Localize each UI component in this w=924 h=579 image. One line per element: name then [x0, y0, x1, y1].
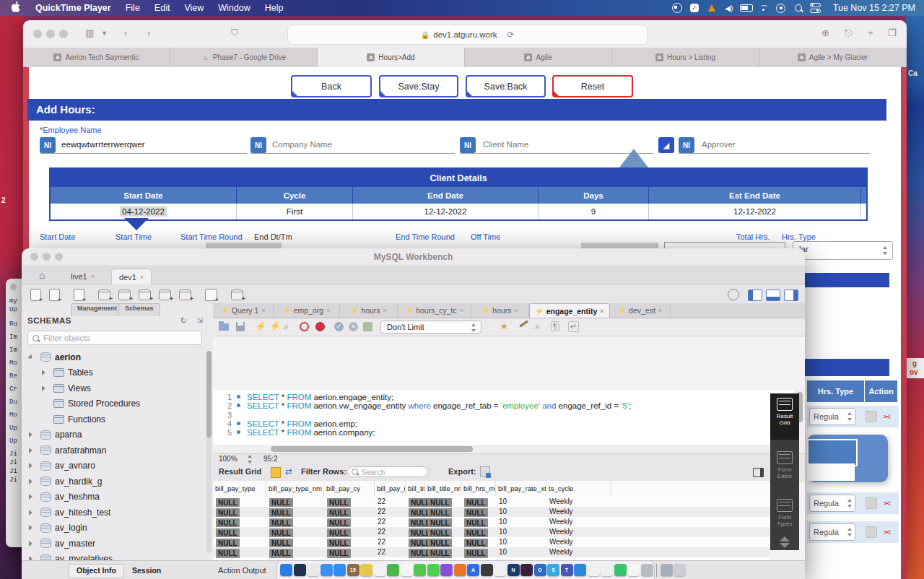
- grid-column-bill_pay_rate[interactable]: bill_pay_rate: [375, 481, 406, 497]
- close-icon[interactable]: ×: [261, 307, 265, 314]
- sidebar-tab-management[interactable]: Management: [71, 303, 123, 316]
- employee-input[interactable]: eewqwtwrrterrwerqwer: [61, 140, 145, 149]
- url-bar[interactable]: 🔒 dev1.atguru.work ⟳: [287, 25, 648, 45]
- menu-item-file[interactable]: File: [118, 3, 147, 13]
- dock-icon-hexagon-app[interactable]: [588, 564, 600, 576]
- dock-icon-reminders[interactable]: [374, 564, 386, 576]
- back-button[interactable]: Back: [291, 75, 372, 97]
- query-tab-emp_org[interactable]: ⚡emp_org×: [274, 303, 340, 318]
- rollback-icon[interactable]: ×: [349, 322, 358, 331]
- dock-icon-textedit[interactable]: [627, 564, 640, 576]
- chevron-closed-icon[interactable]: [42, 386, 45, 391]
- wb-close-button[interactable]: [30, 253, 38, 261]
- schema-tree-item-views[interactable]: Views: [22, 380, 202, 396]
- user-icon[interactable]: [772, 4, 790, 13]
- dock-icon-outlook[interactable]: O: [534, 564, 546, 576]
- reload-icon[interactable]: ⟳: [507, 30, 515, 40]
- row-checkbox[interactable]: [866, 411, 877, 422]
- autocommit-icon[interactable]: [363, 322, 372, 331]
- dock-icon-app-store[interactable]: A: [467, 564, 479, 576]
- dock-icon-slack[interactable]: [520, 564, 533, 576]
- side-tool-form-editor[interactable]: FormEditor: [770, 451, 799, 479]
- refresh-grid-icon[interactable]: ⇄: [285, 466, 292, 476]
- apple-menu[interactable]: [0, 1, 28, 14]
- sql-editor[interactable]: 1SELECT * FROM aerion.engage_entity;2SEL…: [213, 390, 795, 445]
- save-back-button[interactable]: Save:Back: [466, 75, 546, 97]
- grid-row[interactable]: NULLNULLNULL22NULLNULLNULL10Weekly: [213, 527, 770, 537]
- approver-input[interactable]: Approver: [702, 140, 736, 149]
- editor-hscrollbar[interactable]: [213, 445, 795, 453]
- invisible-chars-icon[interactable]: ¶: [551, 321, 559, 331]
- grid-column-bill_title_nm[interactable]: bill_title_nm: [425, 481, 461, 497]
- create-procedure-icon[interactable]: [159, 290, 171, 300]
- create-schema-icon[interactable]: [98, 290, 110, 300]
- dock-icon-messages[interactable]: [414, 564, 426, 576]
- browser-tab-5[interactable]: AHours > Listing: [612, 48, 759, 67]
- grid-row[interactable]: NULLNULLNULL22NULLNULLNULL10Weekly: [213, 537, 770, 547]
- schema-tree-item-av-heshma[interactable]: av_heshma: [22, 489, 202, 505]
- grid-row[interactable]: NULLNULLNULL22NULLNULLNULL10Weekly: [213, 517, 770, 527]
- sidebar-tab-schemas[interactable]: Schemas: [118, 303, 160, 316]
- grid-column-bill_pay_type_nm[interactable]: bill_pay_type_nm: [266, 481, 324, 497]
- commit-icon[interactable]: ✓: [334, 322, 344, 331]
- dock-icon-launchpad[interactable]: [307, 564, 319, 576]
- dock-icon-calendar[interactable]: 15: [347, 564, 359, 576]
- browser-tab-3[interactable]: AHours>Add: [318, 48, 465, 67]
- vlc-icon[interactable]: [703, 4, 720, 12]
- window-zoom-button[interactable]: [59, 30, 68, 38]
- create-view-icon[interactable]: [139, 290, 151, 300]
- inspector-icon[interactable]: [74, 289, 84, 301]
- dock-icon-xcode[interactable]: [614, 564, 627, 576]
- grid-icon[interactable]: [271, 467, 281, 478]
- menu-item-help[interactable]: Help: [258, 3, 291, 13]
- dock-icon-stickies[interactable]: [360, 564, 372, 576]
- client-input[interactable]: Client Name: [483, 140, 528, 149]
- wb-minimize-button[interactable]: [43, 253, 51, 261]
- save-icon[interactable]: [236, 322, 245, 331]
- find-icon[interactable]: ⌕: [535, 321, 540, 331]
- dock-icon-skype[interactable]: S: [547, 564, 559, 576]
- dock-icon-photo-booth[interactable]: [481, 564, 493, 576]
- chevron-closed-icon[interactable]: [29, 448, 32, 453]
- grid-column-bill_pay_rate_xtra[interactable]: bill_pay_rate_xtra: [496, 481, 546, 497]
- chevron-down-icon[interactable]: [780, 543, 790, 548]
- panel-toggle-icon[interactable]: [753, 468, 764, 477]
- save-snippet-icon[interactable]: ★: [500, 321, 508, 331]
- menu-item-edit[interactable]: Edit: [147, 3, 178, 13]
- grid-row[interactable]: NULLNULLNULL22NULLNULLNULL10Weekly: [213, 507, 770, 517]
- chevron-closed-icon[interactable]: [42, 370, 45, 375]
- chevron-closed-icon[interactable]: [29, 541, 32, 547]
- schema-tree-item-av-myrelatives[interactable]: av_myrelatives: [22, 552, 202, 561]
- schema-tree-item-av-login[interactable]: av_login: [22, 521, 202, 536]
- sync-icon[interactable]: [231, 290, 243, 300]
- schema-tree-item-arafatrahman[interactable]: arafatrahman: [22, 443, 202, 458]
- query-tab-hours_cy_tc[interactable]: ⚡hours_cy_tc×: [398, 303, 471, 318]
- schema-tree-item-av-hardik-g[interactable]: av_hardik_g: [22, 474, 202, 489]
- search-table-icon[interactable]: [205, 289, 217, 301]
- dock-icon-docker[interactable]: [574, 564, 586, 576]
- chevron-closed-icon[interactable]: [29, 463, 32, 469]
- wb-zoom-button[interactable]: [55, 253, 63, 261]
- dock-icon-notion[interactable]: N: [507, 564, 520, 576]
- chevron-closed-icon[interactable]: [29, 525, 32, 531]
- close-icon[interactable]: ×: [515, 307, 518, 314]
- dock-icon-folder[interactable]: [661, 564, 673, 576]
- dock-icon-system-app[interactable]: [387, 564, 399, 576]
- volume-icon[interactable]: ◀): [720, 4, 738, 12]
- browser-tab-1[interactable]: AAerion Tech Saymentic: [23, 48, 170, 67]
- dock-icon-podcasts[interactable]: [440, 564, 453, 576]
- chevron-up-icon[interactable]: [780, 536, 790, 541]
- close-icon[interactable]: ×: [91, 273, 95, 280]
- connection-tab-live1[interactable]: live1×: [64, 269, 102, 284]
- schema-tree-item-tables[interactable]: Tables: [22, 365, 202, 381]
- side-tool-field-types[interactable]: FieldTypes: [770, 499, 799, 527]
- chevron-open-icon[interactable]: [27, 354, 34, 360]
- menu-item-window[interactable]: Window: [211, 3, 257, 13]
- query-tab-engage_entity[interactable]: ⚡engage_entity×: [529, 303, 610, 318]
- browser-tab-2[interactable]: ▲Phase7 - Google Drive: [170, 48, 318, 67]
- panel-right-toggle-icon[interactable]: [784, 290, 798, 301]
- schema-filter-input[interactable]: Filter objects: [27, 331, 202, 345]
- dock-icon-facetime[interactable]: [427, 564, 440, 576]
- dock-icon-mail[interactable]: [334, 564, 346, 576]
- save-stay-button[interactable]: Save:Stay: [379, 75, 458, 97]
